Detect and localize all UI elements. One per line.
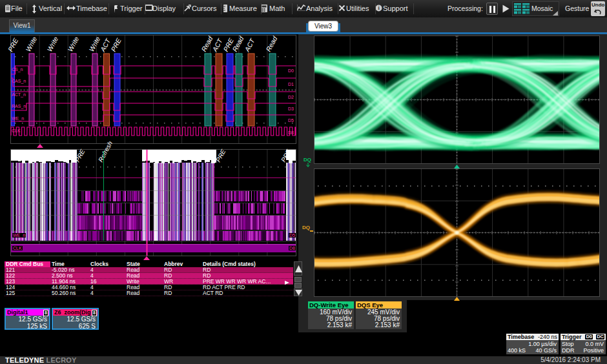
svg-text:DQ: DQ (304, 157, 311, 163)
svg-text:DQ: DQ (302, 225, 310, 230)
